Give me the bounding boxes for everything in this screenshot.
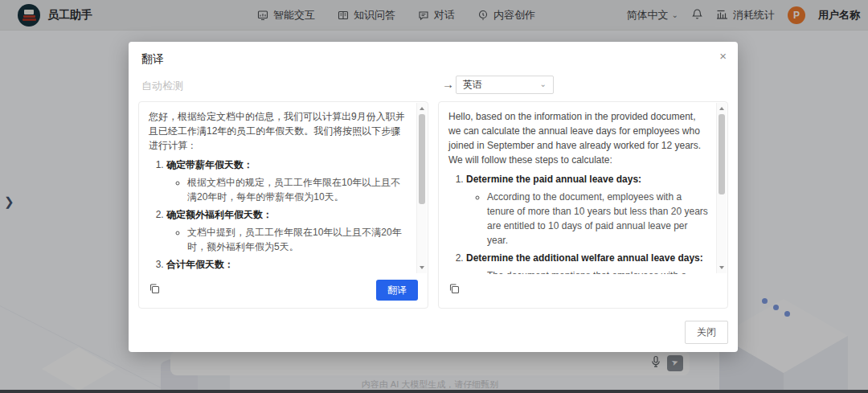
- source-language-label: 自动检测: [141, 79, 183, 93]
- list-item: 确定带薪年假天数： 根据文档中的规定，员工工作年限在10年以上且不满20年时，每…: [166, 158, 408, 204]
- scrollbar[interactable]: [416, 103, 427, 273]
- arrow-right-icon: →: [442, 77, 454, 91]
- scroll-down-icon[interactable]: [719, 266, 724, 269]
- step-detail: 文档中提到，员工工作年限在10年以上且不满20年时，额外福利年假为5天。: [187, 225, 408, 254]
- step-title: 确定额外福利年假天数：: [166, 209, 272, 220]
- translation-panels: 您好，根据给定文档中的信息，我们可以计算出9月份入职并且已经工作满12年的员工的…: [138, 101, 728, 309]
- step-detail: 根据文档中的规定，员工工作年限在10年以上且不满20年时，每年的带薪年假为10天…: [187, 175, 408, 204]
- translation-modal: 翻译 × 自动检测 → 英语 ⌄ 您好，根据给定文档中的信息，我们可以计算出9月…: [129, 42, 738, 352]
- translated-intro: Hello, based on the information in the p…: [448, 109, 708, 167]
- list-item: 确定额外福利年假天数： 文档中提到，员工工作年限在10年以上且不满20年时，额外…: [166, 207, 408, 254]
- source-text-area[interactable]: 您好，根据给定文档中的信息，我们可以计算出9月份入职并且已经工作满12年的员工的…: [139, 102, 428, 274]
- scrollbar-thumb[interactable]: [419, 114, 425, 204]
- language-row: 自动检测 → 英语 ⌄: [141, 76, 725, 95]
- scrollbar-thumb[interactable]: [719, 114, 725, 194]
- source-intro: 您好，根据给定文档中的信息，我们可以计算出9月份入职并且已经工作满12年的员工的…: [149, 109, 408, 153]
- list-item: Determine the additional welfare annual …: [466, 251, 708, 274]
- target-language-value: 英语: [463, 78, 482, 92]
- target-language-select[interactable]: 英语 ⌄: [456, 76, 554, 94]
- scroll-up-icon[interactable]: [719, 107, 724, 110]
- step-title: 确定带薪年假天数：: [166, 159, 253, 170]
- list-item: 合计年假天数： 将带薪年假天数和额外福利年假天数相加，得到总的年假天数。: [166, 257, 408, 274]
- copy-icon[interactable]: [149, 283, 160, 297]
- close-icon[interactable]: ×: [719, 50, 727, 62]
- source-text-panel: 您好，根据给定文档中的信息，我们可以计算出9月份入职并且已经工作满12年的员工的…: [138, 101, 428, 309]
- step-detail: The document mentions that employees wit…: [487, 268, 708, 274]
- modal-title: 翻译: [141, 52, 164, 67]
- step-title: Determine the additional welfare annual …: [466, 252, 703, 264]
- app-window: 员工助手 智能交互 知识问答: [0, 0, 868, 393]
- translated-text-panel: Hello, based on the information in the p…: [438, 101, 728, 309]
- translated-panel-footer: [448, 279, 718, 301]
- step-title: 合计年假天数：: [166, 259, 234, 270]
- translate-button[interactable]: 翻译: [376, 280, 418, 301]
- copy-icon[interactable]: [448, 283, 460, 297]
- chevron-down-icon: ⌄: [540, 80, 547, 88]
- list-item: Determine the paid annual leave days: Ac…: [466, 172, 708, 248]
- source-panel-footer: 翻译: [149, 279, 418, 301]
- close-button[interactable]: 关闭: [685, 321, 728, 344]
- source-steps-list: 确定带薪年假天数： 根据文档中的规定，员工工作年限在10年以上且不满20年时，每…: [149, 158, 408, 274]
- translated-text-area[interactable]: Hello, based on the information in the p…: [439, 102, 727, 274]
- step-detail: According to the document, employees wit…: [487, 190, 708, 248]
- translated-steps-list: Determine the paid annual leave days: Ac…: [448, 172, 708, 274]
- step-title: Determine the paid annual leave days:: [466, 174, 641, 185]
- scrollbar[interactable]: [716, 103, 727, 273]
- scroll-up-icon[interactable]: [420, 107, 424, 110]
- scroll-down-icon[interactable]: [420, 266, 424, 269]
